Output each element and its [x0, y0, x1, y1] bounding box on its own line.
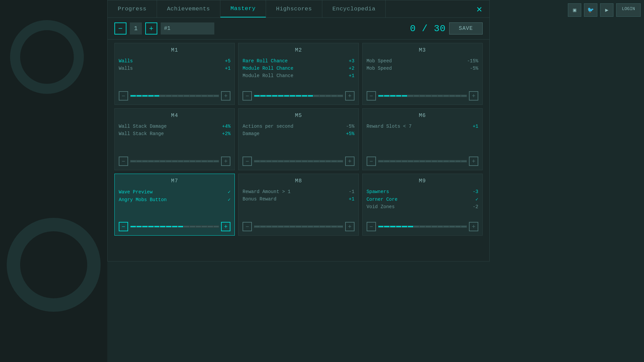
slider-plus-m7[interactable]: +	[221, 222, 230, 231]
row-label: Reward Amount > 1	[243, 189, 290, 194]
slider-track-m5[interactable]	[254, 160, 343, 163]
decrement-button[interactable]: −	[114, 22, 126, 35]
slider-minus-m1[interactable]: −	[119, 91, 128, 101]
slider-minus-m5[interactable]: −	[243, 157, 252, 166]
tab-encyclopedia[interactable]: Encyclopedia	[322, 0, 386, 17]
slider-minus-m9[interactable]: −	[367, 222, 376, 231]
slider-track-m9[interactable]	[378, 225, 467, 228]
slider-segment	[154, 226, 160, 227]
card-row-m7-1: Angry Mobs Button✓	[119, 196, 230, 203]
row-value: +2	[349, 66, 355, 71]
row-label: Reward Slots < 7	[367, 124, 412, 129]
slider-segment	[461, 95, 467, 97]
slider-segment	[214, 161, 219, 162]
card-title-m7: M7	[119, 178, 230, 184]
slider-plus-m4[interactable]: +	[221, 157, 230, 166]
slider-segment	[190, 95, 195, 97]
tab-mastery[interactable]: Mastery	[220, 0, 266, 17]
slider-minus-m8[interactable]: −	[243, 222, 252, 231]
mastery-card-m4[interactable]: M4Wall Stack Damage+4%Wall Stack Range+2…	[114, 108, 235, 170]
slider-minus-m2[interactable]: −	[243, 91, 252, 101]
row-value: -15%	[467, 58, 478, 64]
slider-plus-m9[interactable]: +	[469, 222, 478, 231]
slider-segment	[130, 95, 136, 97]
increment-button[interactable]: +	[145, 22, 157, 35]
slider-segment	[254, 95, 260, 97]
slider-segment	[461, 226, 467, 227]
slider-segment	[314, 226, 319, 227]
slider-segment	[320, 161, 325, 162]
mastery-card-m9[interactable]: M9Spawners-3Corner Core✓Void Zones-2−+	[362, 174, 483, 236]
slider-segment	[202, 95, 207, 97]
row-value: -1	[349, 189, 355, 194]
slider-segment	[160, 95, 165, 97]
mastery-card-m2[interactable]: M2Rare Roll Chance+3Module Roll Chance+2…	[238, 43, 359, 105]
mastery-card-m7[interactable]: M7Wave Preview✓Angry Mobs Button✓−+	[114, 174, 235, 236]
slider-track-m6[interactable]	[378, 160, 467, 163]
slider-row-m7: −+	[119, 219, 230, 231]
tab-progress[interactable]: Progress	[108, 0, 157, 17]
slider-plus-m6[interactable]: +	[469, 157, 478, 166]
slider-minus-m7[interactable]: −	[119, 222, 128, 231]
slider-segment	[137, 95, 142, 97]
slider-segment	[314, 95, 319, 97]
twitter-icon[interactable]: 🐦	[584, 3, 597, 17]
slider-segment	[137, 226, 142, 227]
slider-segment	[290, 226, 295, 227]
login-button[interactable]: LOGIN	[616, 3, 641, 17]
slider-segment	[130, 226, 136, 227]
save-button[interactable]: SAVE	[449, 22, 483, 35]
tab-highscores[interactable]: Highscores	[266, 0, 322, 17]
slider-segment	[378, 161, 384, 162]
slider-segment	[166, 226, 171, 227]
slider-segment	[438, 95, 443, 97]
slider-track-m1[interactable]	[130, 95, 219, 97]
slider-plus-m8[interactable]: +	[345, 222, 355, 231]
slider-plus-m5[interactable]: +	[345, 157, 355, 166]
slider-segment	[396, 95, 401, 97]
mastery-card-m5[interactable]: M5Actions per second-5%Damage+5%−+	[238, 108, 359, 170]
slider-segment	[208, 95, 213, 97]
bg-circle-top	[10, 20, 84, 94]
close-button[interactable]: ✕	[469, 0, 489, 17]
slider-track-m4[interactable]	[130, 160, 219, 163]
slider-track-m8[interactable]	[254, 225, 343, 228]
card-title-m2: M2	[243, 47, 354, 53]
card-row-m6-0: Reward Slots < 7+1	[367, 123, 478, 130]
slider-segment	[455, 226, 461, 227]
slider-minus-m4[interactable]: −	[119, 157, 128, 166]
mastery-card-m6[interactable]: M6Reward Slots < 7+1−+	[362, 108, 483, 170]
slider-segment	[326, 226, 331, 227]
mastery-card-m3[interactable]: M3Mob Speed-15%Mob Speed-5%−+	[362, 43, 483, 105]
counter-input[interactable]	[130, 22, 142, 35]
extra-icon[interactable]: ▶	[600, 3, 613, 17]
slider-segment	[302, 161, 307, 162]
slider-segment	[420, 161, 425, 162]
slider-plus-m1[interactable]: +	[221, 91, 230, 101]
slider-segment	[178, 226, 183, 227]
slider-track-m7[interactable]	[130, 225, 219, 228]
slider-segment	[260, 226, 266, 227]
slider-segment	[420, 226, 425, 227]
tab-achievements[interactable]: Achievements	[157, 0, 220, 17]
slider-segment	[160, 161, 165, 162]
card-row-m8-0: Reward Amount > 1-1	[243, 188, 354, 195]
slider-segment	[184, 95, 189, 97]
slider-track-m3[interactable]	[378, 95, 467, 97]
row-label: Wall Stack Damage	[119, 124, 167, 129]
mastery-card-m1[interactable]: M1Walls+5Walls+1−+	[114, 43, 235, 105]
discord-icon[interactable]: ▣	[568, 3, 581, 17]
slider-segment	[326, 95, 331, 97]
card-row-m2-2: Module Roll Chance+1	[243, 72, 354, 79]
slider-minus-m6[interactable]: −	[367, 157, 376, 166]
mastery-card-m8[interactable]: M8Reward Amount > 1-1Bonus Reward+1−+	[238, 174, 359, 236]
row-label: Walls	[119, 66, 133, 71]
slider-segment	[396, 161, 401, 162]
slider-plus-m3[interactable]: +	[469, 91, 478, 101]
slider-plus-m2[interactable]: +	[345, 91, 355, 101]
slot-name-input[interactable]	[161, 22, 214, 35]
slider-minus-m3[interactable]: −	[367, 91, 376, 101]
slider-segment	[178, 161, 183, 162]
slider-segment	[178, 95, 183, 97]
slider-track-m2[interactable]	[254, 95, 343, 97]
